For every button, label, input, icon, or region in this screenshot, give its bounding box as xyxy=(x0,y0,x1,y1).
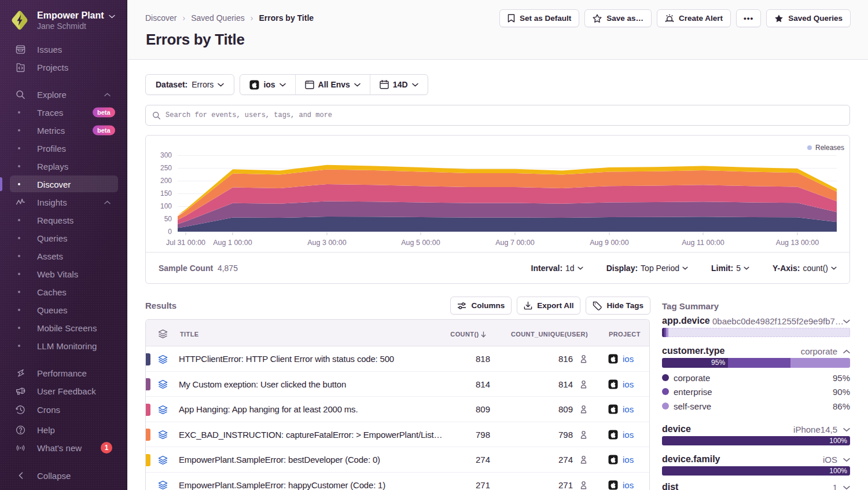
svg-text:Aug 13 00:00: Aug 13 00:00 xyxy=(776,239,819,247)
svg-text:200: 200 xyxy=(160,177,172,185)
svg-text:Releases: Releases xyxy=(815,144,844,152)
svg-text:Aug 9 00:00: Aug 9 00:00 xyxy=(590,239,628,247)
svg-text:0: 0 xyxy=(168,228,172,236)
svg-text:Aug 11 00:00: Aug 11 00:00 xyxy=(682,239,724,247)
svg-text:300: 300 xyxy=(160,151,172,159)
svg-text:Jul 31 00:00: Jul 31 00:00 xyxy=(166,239,205,247)
svg-text:50: 50 xyxy=(164,215,172,223)
svg-text:Aug 7 00:00: Aug 7 00:00 xyxy=(495,239,534,247)
svg-text:Aug 5 00:00: Aug 5 00:00 xyxy=(401,239,440,247)
svg-text:150: 150 xyxy=(160,189,172,198)
svg-text:Aug 3 00:00: Aug 3 00:00 xyxy=(307,239,346,247)
svg-text:250: 250 xyxy=(160,164,172,172)
svg-text:100: 100 xyxy=(160,202,172,210)
svg-text:Aug 1 00:00: Aug 1 00:00 xyxy=(213,239,252,247)
